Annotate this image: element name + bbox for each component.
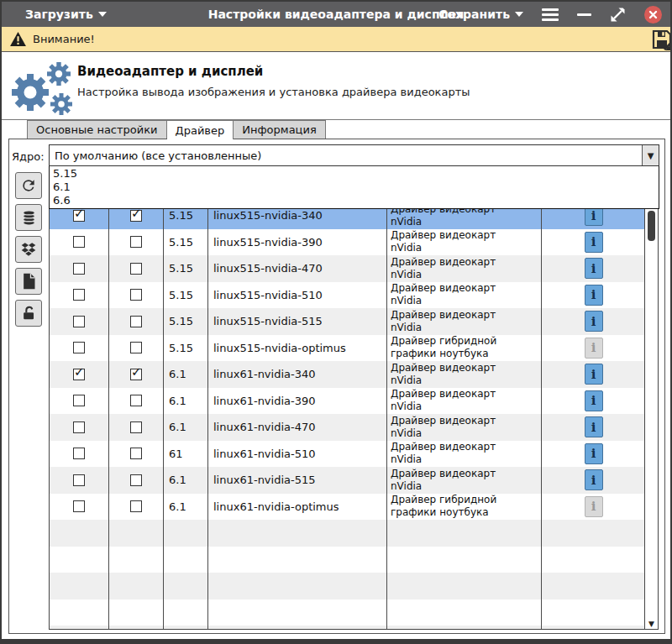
installed-checkbox[interactable] [73, 210, 85, 222]
cell-driver-name: linux515-nvidia-optimus [208, 335, 387, 362]
default-checkbox[interactable] [130, 210, 142, 222]
cell-driver-name: linux61-nvidia-340 [208, 361, 387, 388]
cell-description: Драйвер видеокартnVidia [387, 361, 542, 388]
vertical-scrollbar[interactable]: ▼ [644, 202, 658, 629]
tab-basic-settings[interactable]: Основные настройки [27, 120, 167, 139]
driver-table-rows: 5.15 linux515-nvidia-340 Драйвер видеока… [50, 202, 645, 630]
default-checkbox[interactable] [130, 342, 142, 353]
info-button[interactable]: i [585, 232, 603, 253]
installed-checkbox[interactable] [73, 316, 85, 327]
installed-checkbox[interactable] [73, 448, 85, 459]
info-button[interactable]: i [585, 285, 603, 306]
table-row[interactable]: 6.1 linux61-nvidia-515 Драйвер видеокарт… [50, 467, 645, 494]
table-row[interactable] [50, 573, 645, 599]
file-icon [21, 273, 36, 290]
cell-driver-name: linux515-nvidia-470 [208, 255, 387, 282]
installed-checkbox[interactable] [73, 474, 85, 486]
default-checkbox[interactable] [130, 369, 142, 380]
cell-info: i [542, 255, 645, 282]
cell-info: i [542, 388, 645, 415]
info-button[interactable]: i [585, 390, 603, 411]
repository-button[interactable] [15, 236, 42, 263]
table-row[interactable]: 61 linux61-nvidia-510 Драйвер видеокартn… [50, 441, 645, 468]
table-row[interactable]: 5.15 linux515-nvidia-515 Драйвер видеока… [50, 308, 645, 335]
table-row[interactable]: 5.15 linux515-nvidia-390 Драйвер видеока… [50, 229, 645, 256]
kernel-combobox[interactable]: По умолчанию (все установленные) ▼ [49, 144, 659, 166]
cell-kernel: 5.15 [164, 308, 208, 335]
installed-checkbox[interactable] [73, 395, 85, 406]
installed-checkbox[interactable] [73, 421, 85, 433]
table-row[interactable]: 5.15 linux515-nvidia-optimus Драйвер гиб… [50, 335, 645, 362]
table-row[interactable]: 6.1 linux61-nvidia-340 Драйвер видеокарт… [50, 361, 645, 388]
logs-button[interactable] [15, 268, 42, 295]
description-line1: Драйвер видеокарт [391, 256, 496, 269]
cell-description: Драйвер гибриднойграфики ноутбука [387, 494, 542, 521]
kernel-option[interactable]: 6.1 [50, 181, 659, 194]
save-floppy-icon[interactable] [651, 29, 670, 50]
cell-kernel: 5.15 [164, 335, 208, 362]
default-checkbox[interactable] [130, 395, 142, 406]
maximize-button[interactable] [610, 7, 626, 23]
info-button: i [585, 496, 603, 517]
kernel-option[interactable]: 6.6 [50, 194, 659, 207]
description-line2: графики ноутбука [391, 506, 489, 519]
table-row[interactable]: 6.1 linux61-nvidia-390 Драйвер видеокарт… [50, 388, 645, 415]
scrollbar-down-arrow[interactable]: ▼ [645, 620, 658, 628]
default-checkbox[interactable] [130, 448, 142, 459]
installed-checkbox[interactable] [73, 263, 85, 275]
cell-info [542, 626, 645, 630]
cell-installed [50, 282, 109, 309]
default-checkbox[interactable] [130, 474, 142, 486]
cell-description: Драйвер видеокартnVidia [387, 388, 542, 415]
default-checkbox[interactable] [130, 500, 142, 512]
description-line2: графики ноутбука [391, 348, 489, 360]
save-menu-button[interactable]: Сохранить [438, 8, 523, 21]
description-line1: Драйвер видеокарт [391, 309, 496, 322]
description-line1: Драйвер видеокарт [391, 229, 496, 242]
installed-checkbox[interactable] [73, 342, 85, 353]
cell-driver-name: linux515-nvidia-515 [208, 308, 387, 335]
table-row[interactable]: 6.1 linux61-nvidia-470 Драйвер видеокарт… [50, 414, 645, 441]
default-checkbox[interactable] [130, 316, 142, 327]
default-checkbox[interactable] [130, 263, 142, 275]
table-row[interactable] [50, 599, 645, 626]
info-button[interactable]: i [585, 443, 603, 464]
cell-installed [50, 308, 109, 335]
info-button[interactable]: i [585, 416, 603, 437]
info-button[interactable]: i [585, 258, 603, 279]
unlock-icon [21, 305, 37, 322]
info-button[interactable]: i [585, 364, 603, 385]
table-row[interactable] [50, 520, 645, 547]
combobox-arrow-button[interactable]: ▼ [642, 145, 659, 165]
info-button[interactable]: i [585, 311, 603, 332]
menu-hamburger-icon[interactable] [542, 8, 559, 21]
installed-checkbox[interactable] [73, 236, 85, 248]
installed-checkbox[interactable] [73, 500, 85, 512]
expand-arrows-icon [610, 7, 626, 23]
database-icon [21, 209, 37, 226]
table-row[interactable]: 5.15 linux515-nvidia-470 Драйвер видеока… [50, 255, 645, 282]
installed-checkbox[interactable] [73, 369, 85, 380]
table-row[interactable]: 6.1 linux61-nvidia-optimus Драйвер гибри… [50, 494, 645, 521]
refresh-button[interactable] [15, 172, 42, 199]
unlock-button[interactable] [15, 300, 42, 327]
minimize-button[interactable] [577, 13, 591, 16]
tab-driver[interactable]: Драйвер [167, 120, 234, 139]
cell-driver-name: linux61-nvidia-390 [208, 388, 387, 415]
info-button[interactable]: i [585, 469, 603, 490]
kernel-option[interactable]: 5.15 [50, 167, 659, 181]
default-checkbox[interactable] [130, 236, 142, 248]
tab-information[interactable]: Информация [234, 120, 325, 139]
table-row[interactable] [50, 547, 645, 573]
cell-kernel [164, 547, 208, 573]
table-row[interactable]: 5.15 linux515-nvidia-510 Драйвер видеока… [50, 282, 645, 309]
scrollbar-thumb[interactable] [648, 211, 655, 241]
table-row[interactable] [50, 626, 645, 630]
default-checkbox[interactable] [130, 421, 142, 433]
description-line1: Драйвер видеокарт [391, 441, 496, 453]
default-checkbox[interactable] [130, 289, 142, 301]
load-menu-button[interactable]: Загрузить [25, 8, 107, 21]
database-button[interactable] [15, 204, 42, 231]
close-button[interactable] [644, 6, 662, 24]
installed-checkbox[interactable] [73, 289, 85, 301]
